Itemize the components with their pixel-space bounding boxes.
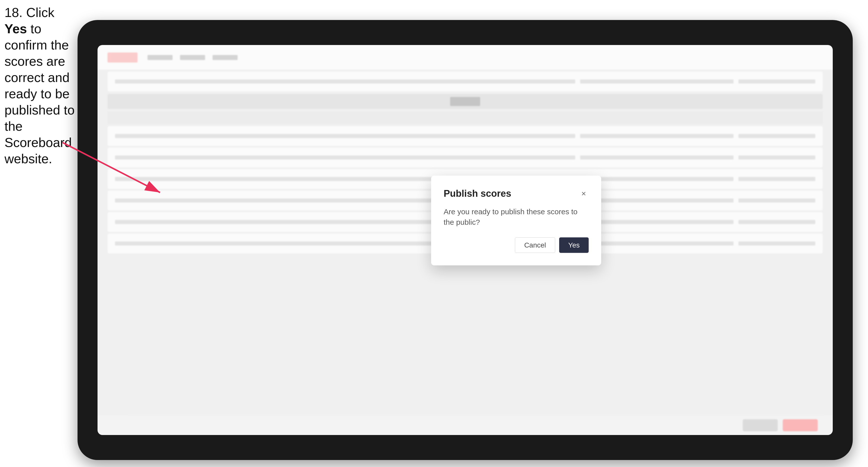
instruction-prefix: Click bbox=[23, 5, 54, 20]
cancel-button[interactable]: Cancel bbox=[515, 238, 555, 253]
dialog-overlay: Publish scores × Are you ready to publis… bbox=[97, 45, 833, 435]
dialog-header: Publish scores × bbox=[444, 188, 589, 199]
dialog-body: Are you ready to publish these scores to… bbox=[444, 207, 589, 227]
instruction-bold: Yes bbox=[4, 22, 27, 36]
dialog-actions: Cancel Yes bbox=[444, 238, 589, 253]
arrow-indicator bbox=[58, 137, 170, 200]
tablet-screen: Publish scores × Are you ready to publis… bbox=[97, 45, 833, 435]
step-number: 18. bbox=[4, 5, 23, 20]
svg-line-1 bbox=[63, 143, 160, 192]
publish-scores-dialog: Publish scores × Are you ready to publis… bbox=[431, 176, 601, 266]
yes-button[interactable]: Yes bbox=[559, 238, 589, 253]
dialog-close-button[interactable]: × bbox=[579, 188, 589, 198]
dialog-title: Publish scores bbox=[444, 188, 511, 199]
tablet-device: Publish scores × Are you ready to publis… bbox=[78, 20, 853, 460]
